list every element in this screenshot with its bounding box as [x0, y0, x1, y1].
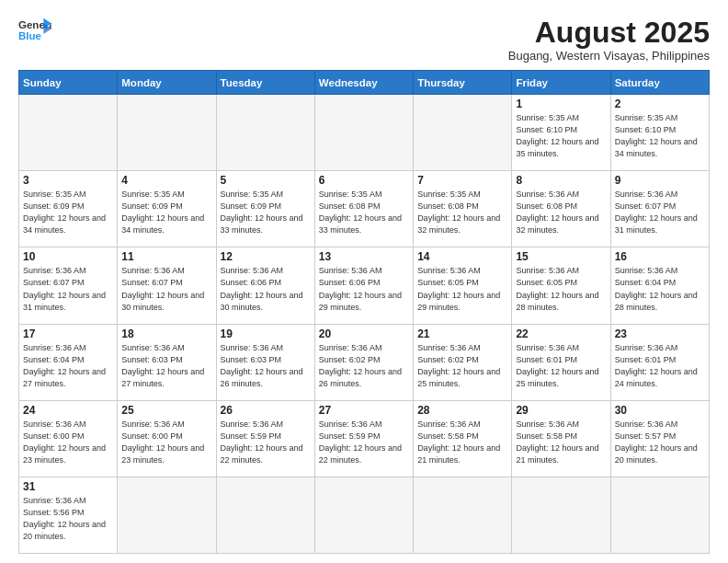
- day-number: 7: [417, 174, 507, 187]
- day-info: Sunrise: 5:36 AM Sunset: 6:04 PM Dayligh…: [23, 342, 113, 390]
- header-tuesday: Tuesday: [216, 71, 314, 95]
- calendar-cell: 16Sunrise: 5:36 AM Sunset: 6:04 PM Dayli…: [610, 247, 709, 324]
- calendar-cell: [414, 477, 512, 553]
- calendar-cell: 8Sunrise: 5:36 AM Sunset: 6:08 PM Daylig…: [512, 171, 610, 247]
- header: General Blue August 2025 Bugang, Western…: [18, 17, 710, 63]
- calendar-cell: 27Sunrise: 5:36 AM Sunset: 5:59 PM Dayli…: [314, 400, 413, 477]
- calendar-cell: 15Sunrise: 5:36 AM Sunset: 6:05 PM Dayli…: [512, 247, 610, 324]
- day-number: 13: [319, 250, 409, 263]
- calendar-cell: 20Sunrise: 5:36 AM Sunset: 6:02 PM Dayli…: [314, 324, 413, 400]
- day-info: Sunrise: 5:36 AM Sunset: 6:04 PM Dayligh…: [615, 265, 705, 313]
- day-number: 21: [417, 327, 507, 340]
- day-info: Sunrise: 5:36 AM Sunset: 6:00 PM Dayligh…: [121, 419, 211, 466]
- day-info: Sunrise: 5:36 AM Sunset: 6:05 PM Dayligh…: [516, 265, 606, 313]
- day-info: Sunrise: 5:36 AM Sunset: 6:01 PM Dayligh…: [516, 342, 606, 390]
- calendar-cell: [512, 477, 610, 553]
- calendar-cell: 21Sunrise: 5:36 AM Sunset: 6:02 PM Dayli…: [414, 324, 512, 400]
- calendar-title: August 2025: [508, 17, 710, 49]
- day-info: Sunrise: 5:35 AM Sunset: 6:08 PM Dayligh…: [319, 189, 409, 236]
- day-info: Sunrise: 5:36 AM Sunset: 6:06 PM Dayligh…: [319, 265, 409, 313]
- day-number: 2: [615, 98, 705, 110]
- day-info: Sunrise: 5:35 AM Sunset: 6:10 PM Dayligh…: [615, 112, 705, 160]
- day-number: 3: [23, 174, 113, 187]
- calendar-cell: [314, 477, 413, 553]
- day-number: 30: [615, 404, 705, 417]
- day-info: Sunrise: 5:36 AM Sunset: 5:56 PM Dayligh…: [23, 495, 113, 543]
- day-number: 15: [516, 250, 606, 263]
- calendar-cell: 12Sunrise: 5:36 AM Sunset: 6:06 PM Dayli…: [216, 247, 314, 324]
- calendar-cell: [314, 95, 413, 171]
- calendar-cell: 13Sunrise: 5:36 AM Sunset: 6:06 PM Dayli…: [314, 247, 413, 324]
- day-info: Sunrise: 5:36 AM Sunset: 6:08 PM Dayligh…: [516, 189, 606, 236]
- day-number: 29: [516, 404, 606, 417]
- calendar-cell: 7Sunrise: 5:35 AM Sunset: 6:08 PM Daylig…: [414, 171, 512, 247]
- header-monday: Monday: [118, 71, 216, 95]
- day-info: Sunrise: 5:36 AM Sunset: 6:07 PM Dayligh…: [121, 265, 211, 313]
- calendar-cell: 4Sunrise: 5:35 AM Sunset: 6:09 PM Daylig…: [118, 171, 216, 247]
- day-info: Sunrise: 5:36 AM Sunset: 5:58 PM Dayligh…: [516, 419, 606, 466]
- weekday-header-row: Sunday Monday Tuesday Wednesday Thursday…: [19, 71, 710, 95]
- calendar-cell: [216, 95, 314, 171]
- day-number: 20: [319, 327, 409, 340]
- day-info: Sunrise: 5:36 AM Sunset: 6:02 PM Dayligh…: [319, 342, 409, 390]
- calendar-table: Sunday Monday Tuesday Wednesday Thursday…: [18, 70, 710, 554]
- day-info: Sunrise: 5:36 AM Sunset: 5:58 PM Dayligh…: [417, 419, 507, 466]
- calendar-cell: 24Sunrise: 5:36 AM Sunset: 6:00 PM Dayli…: [19, 400, 118, 477]
- calendar-cell: [19, 95, 118, 171]
- title-block: August 2025 Bugang, Western Visayas, Phi…: [508, 17, 710, 63]
- day-number: 16: [615, 250, 705, 263]
- day-number: 26: [221, 404, 311, 417]
- day-info: Sunrise: 5:36 AM Sunset: 6:03 PM Dayligh…: [221, 342, 311, 390]
- day-number: 22: [516, 327, 606, 340]
- day-number: 5: [221, 174, 311, 187]
- day-info: Sunrise: 5:35 AM Sunset: 6:09 PM Dayligh…: [121, 189, 211, 236]
- calendar-cell: 28Sunrise: 5:36 AM Sunset: 5:58 PM Dayli…: [414, 400, 512, 477]
- day-info: Sunrise: 5:36 AM Sunset: 5:57 PM Dayligh…: [615, 419, 705, 466]
- day-number: 28: [417, 404, 507, 417]
- calendar-cell: [414, 95, 512, 171]
- calendar-cell: [216, 477, 314, 553]
- day-number: 4: [121, 174, 211, 187]
- day-info: Sunrise: 5:36 AM Sunset: 6:07 PM Dayligh…: [615, 189, 705, 236]
- day-number: 10: [23, 250, 113, 263]
- day-number: 31: [23, 480, 113, 493]
- day-number: 25: [121, 404, 211, 417]
- day-info: Sunrise: 5:36 AM Sunset: 5:59 PM Dayligh…: [319, 419, 409, 466]
- header-friday: Friday: [512, 71, 610, 95]
- day-number: 1: [516, 98, 606, 110]
- calendar-cell: [610, 477, 709, 553]
- calendar-cell: 3Sunrise: 5:35 AM Sunset: 6:09 PM Daylig…: [19, 171, 118, 247]
- day-info: Sunrise: 5:36 AM Sunset: 5:59 PM Dayligh…: [221, 419, 311, 466]
- day-info: Sunrise: 5:36 AM Sunset: 6:06 PM Dayligh…: [221, 265, 311, 313]
- day-info: Sunrise: 5:36 AM Sunset: 6:02 PM Dayligh…: [417, 342, 507, 390]
- calendar-cell: 9Sunrise: 5:36 AM Sunset: 6:07 PM Daylig…: [610, 171, 709, 247]
- calendar-cell: 30Sunrise: 5:36 AM Sunset: 5:57 PM Dayli…: [610, 400, 709, 477]
- calendar-cell: 1Sunrise: 5:35 AM Sunset: 6:10 PM Daylig…: [512, 95, 610, 171]
- day-number: 27: [319, 404, 409, 417]
- generalblue-logo-icon: General Blue: [18, 17, 51, 42]
- calendar-subtitle: Bugang, Western Visayas, Philippines: [508, 49, 710, 63]
- day-info: Sunrise: 5:36 AM Sunset: 6:00 PM Dayligh…: [23, 419, 113, 466]
- day-info: Sunrise: 5:36 AM Sunset: 6:05 PM Dayligh…: [417, 265, 507, 313]
- day-number: 19: [221, 327, 311, 340]
- day-number: 24: [23, 404, 113, 417]
- page: General Blue August 2025 Bugang, Western…: [0, 0, 728, 563]
- day-info: Sunrise: 5:36 AM Sunset: 6:01 PM Dayligh…: [615, 342, 705, 390]
- calendar-cell: 10Sunrise: 5:36 AM Sunset: 6:07 PM Dayli…: [19, 247, 118, 324]
- day-number: 6: [319, 174, 409, 187]
- day-number: 17: [23, 327, 113, 340]
- calendar-cell: 5Sunrise: 5:35 AM Sunset: 6:09 PM Daylig…: [216, 171, 314, 247]
- calendar-cell: 22Sunrise: 5:36 AM Sunset: 6:01 PM Dayli…: [512, 324, 610, 400]
- day-info: Sunrise: 5:35 AM Sunset: 6:08 PM Dayligh…: [417, 189, 507, 236]
- header-wednesday: Wednesday: [314, 71, 413, 95]
- day-info: Sunrise: 5:35 AM Sunset: 6:10 PM Dayligh…: [516, 112, 606, 160]
- calendar-cell: [118, 95, 216, 171]
- day-number: 12: [221, 250, 311, 263]
- calendar-cell: 26Sunrise: 5:36 AM Sunset: 5:59 PM Dayli…: [216, 400, 314, 477]
- calendar-cell: 11Sunrise: 5:36 AM Sunset: 6:07 PM Dayli…: [118, 247, 216, 324]
- calendar-cell: 31Sunrise: 5:36 AM Sunset: 5:56 PM Dayli…: [19, 477, 118, 553]
- calendar-cell: 2Sunrise: 5:35 AM Sunset: 6:10 PM Daylig…: [610, 95, 709, 171]
- day-info: Sunrise: 5:35 AM Sunset: 6:09 PM Dayligh…: [221, 189, 311, 236]
- day-number: 18: [121, 327, 211, 340]
- day-number: 23: [615, 327, 705, 340]
